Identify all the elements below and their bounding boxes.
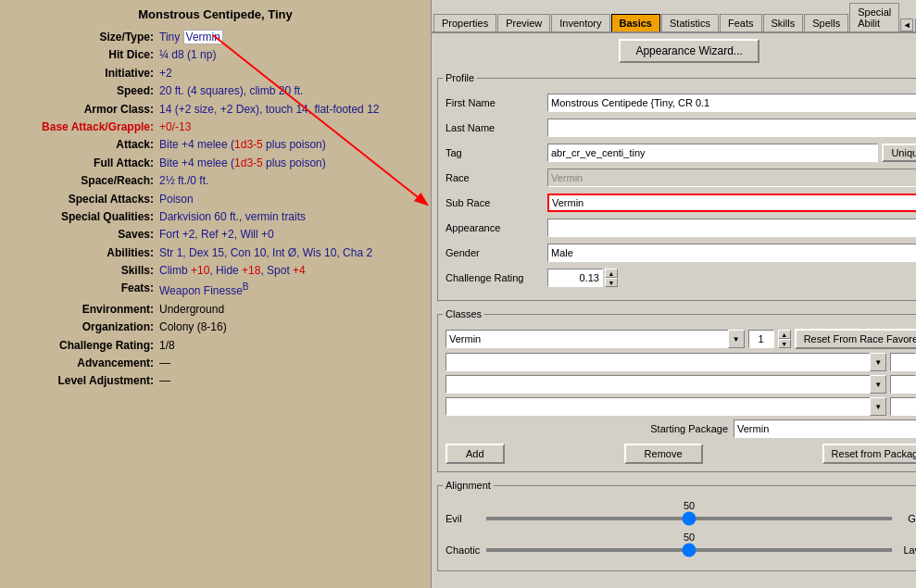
stat-label: Organization: [9, 319, 157, 336]
stat-label: Level Adjustment: [9, 372, 157, 390]
stat-row: Skills:Climb +10, Hide +18, Spot +4 [9, 262, 421, 280]
class-row-2: ▼▲▼ [445, 375, 916, 394]
tab-spells[interactable]: Spells [804, 14, 848, 31]
stat-value: Bite +4 melee (1d3-5 plus poison) [157, 155, 421, 172]
class-level-up-0[interactable]: ▲ [778, 330, 791, 339]
class-level-down-0[interactable]: ▼ [778, 339, 791, 348]
class-select-3[interactable] [445, 397, 886, 416]
tab-skills[interactable]: Skills [763, 14, 804, 31]
field-label: Challenge Rating [445, 272, 547, 283]
stat-row: Advancement:— [9, 355, 421, 372]
select-appearance[interactable] [547, 219, 916, 237]
stat-row: Special Qualities:Darkvision 60 ft., ver… [9, 208, 421, 226]
stat-value: — [157, 372, 421, 390]
class-row-0: Vermin▼▲▼Reset From Race Favored [445, 329, 916, 349]
stat-label: Challenge Rating: [9, 337, 157, 355]
field-input-last-name[interactable] [547, 119, 916, 137]
tab-special-abilit[interactable]: Special Abilit [849, 3, 899, 31]
classes-buttons-row: AddRemoveReset from Package [445, 444, 916, 464]
class-level-input-2[interactable] [890, 375, 916, 394]
good-label: Good [896, 513, 916, 524]
stat-row: Environment:Underground [9, 301, 421, 319]
select-gender[interactable]: MaleFemale [547, 244, 916, 262]
class-select-1[interactable] [445, 353, 886, 371]
class-level-spin-0: ▲▼ [778, 330, 791, 348]
evil-label: Evil [445, 513, 483, 524]
alignment-title: Alignment [443, 480, 494, 491]
stat-value: 14 (+2 size, +2 Dex), touch 14, flat-foo… [157, 101, 421, 119]
starting-package-row: Starting PackageVermin▼ [445, 419, 916, 438]
class-select-wrapper-0: Vermin▼ [445, 330, 745, 348]
stat-row: Hit Dice:¼ d8 (1 np) [9, 46, 421, 64]
select-wrapper-appearance: ▼ [547, 219, 916, 237]
profile-row-race: Race [445, 168, 916, 188]
appearance-wizard-button[interactable]: Appearance Wizard... [619, 39, 759, 63]
stat-label: Size/Type: [9, 29, 157, 46]
starting-package-select-wrapper: Vermin▼ [734, 419, 916, 438]
evil-good-slider-container: 50EvilGood [445, 500, 916, 524]
evil-good-row: EvilGood [445, 513, 916, 524]
stat-value: 1/8 [157, 337, 421, 355]
tab-statistics[interactable]: Statistics [661, 14, 719, 31]
field-label: Appearance [445, 222, 547, 233]
select-sub-race[interactable]: Vermin [547, 194, 916, 212]
stat-row: Space/Reach:2½ ft./0 ft. [9, 172, 421, 190]
reset-race-favored-button[interactable]: Reset From Race Favored [795, 329, 916, 349]
stat-label: Environment: [9, 301, 157, 319]
unique-button[interactable]: Unique [882, 144, 916, 162]
class-select-0[interactable]: Vermin [445, 330, 745, 348]
profile-row-appearance: Appearance▼ [445, 218, 916, 238]
select-wrapper-gender: MaleFemale▼ [547, 244, 916, 262]
reset-package-button[interactable]: Reset from Package [822, 444, 916, 464]
class-select-wrapper-3: ▼ [445, 397, 886, 416]
field-input-first-name[interactable] [547, 94, 916, 112]
stat-label: Saves: [9, 226, 157, 244]
tab-scroll-left[interactable]: ◄ [900, 19, 913, 31]
remove-class-button[interactable]: Remove [624, 444, 703, 464]
field-label: First Name [445, 97, 547, 108]
stat-row: Abilities:Str 1, Dex 15, Con 10, Int Ø, … [9, 244, 421, 262]
tab-preview[interactable]: Preview [497, 14, 550, 31]
class-select-2[interactable] [445, 375, 886, 394]
stat-value: 20 ft. (4 squares), climb 20 ft. [157, 82, 421, 100]
class-level-input-3[interactable] [890, 397, 916, 416]
stat-value: Colony (8-16) [157, 319, 421, 336]
cr-spin-up[interactable]: ▲ [605, 269, 618, 278]
cr-input[interactable] [547, 269, 603, 287]
stat-label: Armor Class: [9, 101, 157, 119]
tab-feats[interactable]: Feats [720, 14, 762, 31]
class-level-input-1[interactable] [890, 353, 916, 371]
profile-row-tag: TagUnique [445, 143, 916, 163]
stat-label: Abilities: [9, 244, 157, 262]
stat-value: Poison [157, 191, 421, 208]
tab-basics[interactable]: Basics [611, 14, 660, 31]
classes-section: Classes Vermin▼▲▼Reset From Race Favored… [437, 308, 916, 472]
starting-package-select[interactable]: Vermin [734, 419, 916, 438]
evil-good-value: 50 [445, 500, 916, 511]
class-select-wrapper-1: ▼ [445, 353, 886, 371]
tab-properties[interactable]: Properties [433, 14, 496, 31]
tab-inventory[interactable]: Inventory [551, 14, 609, 31]
cr-spin-down[interactable]: ▼ [605, 278, 618, 287]
stat-value: Bite +4 melee (1d3-5 plus poison) [157, 136, 421, 154]
chaotic-lawful-row: ChaoticLawful [445, 544, 916, 556]
stat-value: Tiny Vermin [157, 29, 421, 46]
class-level-input-0[interactable] [748, 330, 774, 348]
stat-row: Feats:Weapon FinesseB [9, 280, 421, 300]
field-label: Gender [445, 247, 547, 258]
stat-value: Climb +10, Hide +18, Spot +4 [157, 262, 421, 280]
stat-label: Hit Dice: [9, 46, 157, 64]
tab-controls: ◄ ► ✕ [900, 19, 916, 31]
stat-label: Attack: [9, 136, 157, 154]
tag-input-wrapper: Unique [547, 144, 916, 162]
field-label: Tag [445, 147, 547, 158]
field-input-race [547, 169, 916, 187]
stat-label: Full Attack: [9, 155, 157, 172]
stat-value: Str 1, Dex 15, Con 10, Int Ø, Wis 10, Ch… [157, 244, 421, 262]
evil-good-slider[interactable] [486, 517, 892, 520]
tag-input[interactable] [547, 144, 878, 162]
select-wrapper-sub-race: Vermin▼ [547, 194, 916, 212]
chaotic-lawful-slider[interactable] [486, 548, 892, 552]
add-class-button[interactable]: Add [445, 444, 505, 464]
tab-bar: PropertiesPreviewInventoryBasicsStatisti… [432, 0, 916, 33]
